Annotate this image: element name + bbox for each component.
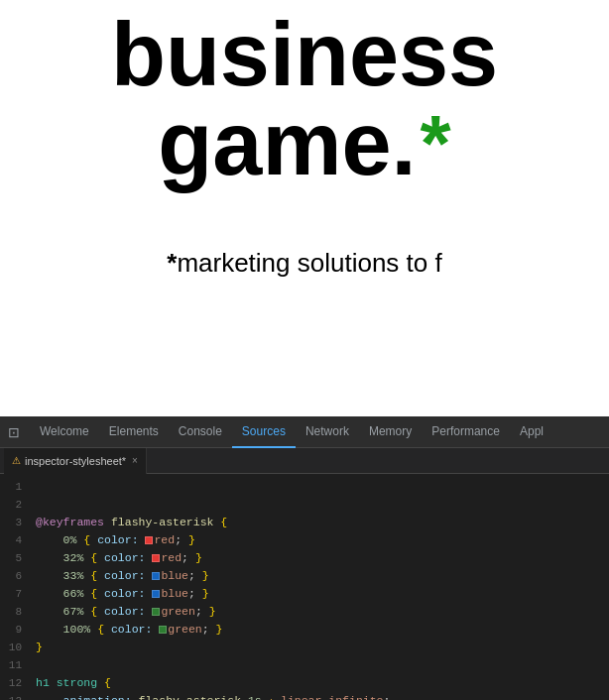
file-tab-inspector[interactable]: ⚠ inspector-stylesheet* × [4, 448, 147, 474]
headline-game-text: game. [158, 99, 416, 188]
warning-icon: ⚠ [12, 455, 21, 466]
file-tab-name: inspector-stylesheet* [25, 455, 126, 467]
devtools-tab-bar: ⊡ Welcome Elements Console Sources Netwo… [0, 416, 609, 448]
devtools-panel: ⊡ Welcome Elements Console Sources Netwo… [0, 416, 609, 700]
tab-console[interactable]: Console [169, 416, 232, 448]
tab-welcome[interactable]: Welcome [30, 416, 99, 448]
headline-game: game.* [158, 99, 450, 188]
code-line-7: 66% { color: blue; } [36, 585, 601, 603]
code-line-8: 67% { color: green; } [36, 603, 601, 621]
marketing-text: marketing solutions to f [177, 248, 441, 278]
code-line-4: 0% { color: red; } [36, 531, 601, 549]
code-editor[interactable]: 1 2 3 4 5 6 7 8 9 10 11 12 13 14 @keyfra… [0, 474, 609, 700]
line-numbers: 1 2 3 4 5 6 7 8 9 10 11 12 13 14 [0, 474, 28, 700]
headline-business: business [111, 10, 498, 99]
devtools-main-icon[interactable]: ⊡ [4, 424, 24, 440]
file-tab-bar: ⚠ inspector-stylesheet* × [0, 448, 609, 474]
tab-network[interactable]: Network [296, 416, 359, 448]
marketing-asterisk: * [167, 248, 177, 278]
marketing-line: *marketing solutions to f [167, 248, 441, 279]
code-line-2 [36, 496, 601, 514]
code-line-3: @keyframes flashy-asterisk { [36, 514, 601, 531]
tab-memory[interactable]: Memory [359, 416, 422, 448]
website-content: business game.* *marketing solutions to … [0, 0, 609, 416]
asterisk-symbol: * [420, 104, 450, 183]
code-content[interactable]: @keyframes flashy-asterisk { 0% { color:… [28, 474, 609, 700]
tab-performance[interactable]: Performance [422, 416, 510, 448]
code-line-1 [36, 478, 601, 496]
code-line-12: h1 strong { [36, 674, 601, 692]
tab-elements[interactable]: Elements [99, 416, 169, 448]
code-line-9: 100% { color: green; } [36, 621, 601, 639]
code-line-6: 33% { color: blue; } [36, 567, 601, 585]
tab-application[interactable]: Appl [510, 416, 553, 448]
code-line-10: } [36, 639, 601, 656]
code-line-13: animation: flashy-asterisk 1s ▲ linear i… [36, 692, 601, 700]
code-line-5: 32% { color: red; } [36, 549, 601, 567]
close-file-tab-button[interactable]: × [132, 455, 138, 466]
tab-sources[interactable]: Sources [232, 416, 296, 448]
code-line-11 [36, 656, 601, 674]
